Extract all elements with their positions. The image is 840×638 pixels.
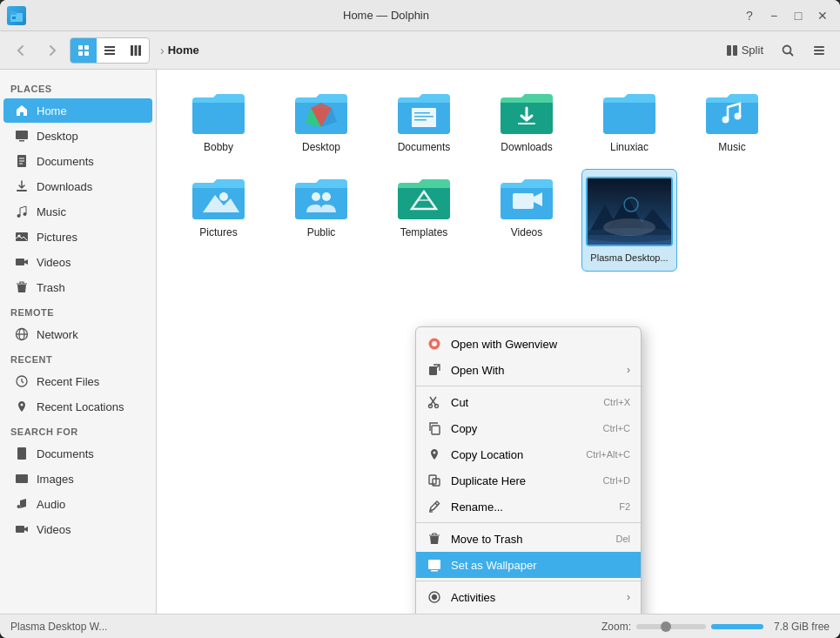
- minimize-button[interactable]: −: [763, 5, 784, 26]
- context-menu: Open with Gwenview Open With ›: [415, 326, 642, 614]
- cm-shortcut-rename: F2: [619, 501, 630, 512]
- column-view-button[interactable]: [123, 38, 149, 63]
- file-item-videos[interactable]: Videos: [479, 169, 575, 272]
- svg-rect-10: [131, 45, 133, 56]
- zoom-slider[interactable]: [636, 624, 706, 629]
- cm-item-copy-location[interactable]: Copy Location Ctrl+Alt+C: [416, 441, 641, 467]
- file-item-documents[interactable]: Documents: [376, 84, 472, 162]
- svg-rect-43: [414, 112, 430, 114]
- maximize-button[interactable]: □: [788, 5, 809, 26]
- svg-rect-36: [16, 474, 28, 483]
- svg-rect-2: [12, 17, 16, 19]
- sidebar-item-search-audio[interactable]: Audio: [3, 492, 152, 516]
- close-button[interactable]: ✕: [812, 5, 833, 26]
- cm-label-copy: Copy: [451, 422, 595, 435]
- sidebar-item-search-docs[interactable]: Documents: [3, 441, 152, 466]
- file-item-downloads[interactable]: Downloads: [479, 84, 575, 162]
- sidebar-search-audio-label: Audio: [37, 498, 65, 511]
- cm-item-duplicate[interactable]: Duplicate Here Ctrl+D: [416, 467, 641, 494]
- file-item-desktop[interactable]: Desktop: [273, 84, 369, 162]
- file-item-bobby[interactable]: Bobby: [171, 84, 266, 162]
- back-button[interactable]: [7, 37, 35, 64]
- svg-rect-5: [78, 51, 83, 56]
- svg-point-78: [433, 595, 437, 600]
- sidebar-item-documents[interactable]: Documents: [3, 149, 152, 173]
- file-item-pictures[interactable]: Pictures: [171, 169, 266, 272]
- file-label-downloads: Downloads: [501, 141, 552, 155]
- file-item-music[interactable]: Music: [684, 84, 780, 162]
- svg-rect-3: [78, 45, 83, 50]
- search-button[interactable]: [774, 37, 802, 64]
- sidebar-videos-label: Videos: [37, 256, 71, 269]
- sidebar-search-videos-label: Videos: [37, 523, 71, 536]
- sidebar-item-trash[interactable]: Trash: [3, 275, 152, 299]
- cm-item-activities[interactable]: Activities ›: [416, 584, 641, 610]
- menu-button[interactable]: [805, 37, 833, 64]
- places-section-label: Places: [0, 77, 156, 97]
- sidebar-item-music[interactable]: Music: [3, 199, 152, 224]
- trash-icon: [14, 279, 30, 295]
- file-item-linuxiac[interactable]: Linuxiac: [581, 84, 677, 162]
- svg-point-52: [322, 192, 331, 201]
- sidebar-item-downloads[interactable]: Downloads: [3, 174, 152, 198]
- sidebar-item-home[interactable]: Home: [3, 98, 152, 123]
- sidebar-item-desktop[interactable]: Desktop: [3, 124, 152, 148]
- home-icon: [14, 103, 30, 118]
- search-videos-icon: [14, 521, 30, 537]
- toolbar-right: Split: [719, 37, 833, 64]
- cm-item-copy[interactable]: Copy Ctrl+C: [416, 415, 641, 441]
- sidebar-item-recent-locations[interactable]: Recent Locations: [3, 394, 152, 419]
- cm-item-open-gwenview[interactable]: Open with Gwenview: [416, 331, 641, 357]
- svg-rect-8: [104, 50, 115, 51]
- cm-separator-3: [416, 581, 641, 581]
- cm-item-move-trash[interactable]: Move to Trash Del: [416, 526, 641, 552]
- toolbar: › Home Split: [0, 31, 840, 70]
- cm-item-share[interactable]: Share ›: [416, 610, 641, 614]
- statusbar-filename: Plasma Desktop W...: [10, 621, 591, 633]
- svg-point-47: [722, 117, 729, 124]
- split-button[interactable]: Split: [719, 40, 770, 60]
- svg-point-68: [429, 405, 433, 408]
- sidebar-item-pictures[interactable]: Pictures: [3, 225, 152, 249]
- set-wallpaper-icon: [427, 557, 442, 573]
- sidebar-item-videos[interactable]: Videos: [3, 250, 152, 274]
- cm-item-open-with[interactable]: Open With ›: [416, 357, 641, 383]
- icon-view-button[interactable]: [71, 38, 97, 63]
- cm-item-rename[interactable]: Rename... F2: [416, 494, 641, 520]
- cm-item-cut[interactable]: Cut Ctrl+X: [416, 389, 641, 415]
- cm-separator-2: [416, 522, 641, 523]
- file-item-wallpaper[interactable]: Plasma Desktop...: [581, 169, 677, 272]
- cm-label-activities: Activities: [451, 591, 618, 604]
- sidebar-music-label: Music: [37, 205, 66, 218]
- sidebar-item-recent-files[interactable]: Recent Files: [3, 369, 152, 393]
- svg-rect-18: [814, 53, 824, 55]
- app-icon: [7, 6, 26, 25]
- activities-arrow: ›: [627, 591, 630, 603]
- duplicate-icon: [427, 473, 442, 488]
- titlebar: Home — Dolphin ? − □ ✕: [0, 0, 840, 31]
- zoom-handle[interactable]: [661, 621, 671, 632]
- file-label-documents: Documents: [398, 141, 451, 155]
- sidebar-item-search-images[interactable]: Images: [3, 467, 152, 491]
- forward-button[interactable]: [38, 37, 66, 64]
- sidebar-item-network[interactable]: Network: [3, 322, 152, 346]
- help-button[interactable]: ?: [739, 5, 760, 26]
- remote-section-label: Remote: [0, 300, 156, 321]
- cm-shortcut-duplicate: Ctrl+D: [603, 475, 630, 486]
- sidebar-documents-label: Documents: [37, 155, 94, 168]
- sidebar-item-search-videos[interactable]: Videos: [3, 517, 152, 541]
- folder-icon-bobby: [191, 91, 246, 136]
- svg-rect-75: [428, 560, 440, 569]
- activities-icon: [427, 589, 442, 605]
- sidebar-desktop-label: Desktop: [37, 130, 78, 143]
- file-item-public[interactable]: Public: [273, 169, 369, 272]
- file-area[interactable]: Bobby Des: [157, 70, 840, 614]
- svg-point-48: [735, 113, 742, 120]
- file-item-templates[interactable]: Templates: [376, 169, 472, 272]
- cm-label-move-trash: Move to Trash: [451, 533, 607, 546]
- cm-label-open-with: Open With: [451, 364, 618, 377]
- cm-label-set-wallpaper: Set as Wallpaper: [451, 559, 630, 572]
- cm-item-set-wallpaper[interactable]: Set as Wallpaper: [416, 552, 641, 578]
- sidebar-network-label: Network: [37, 328, 78, 341]
- detail-view-button[interactable]: [97, 38, 123, 63]
